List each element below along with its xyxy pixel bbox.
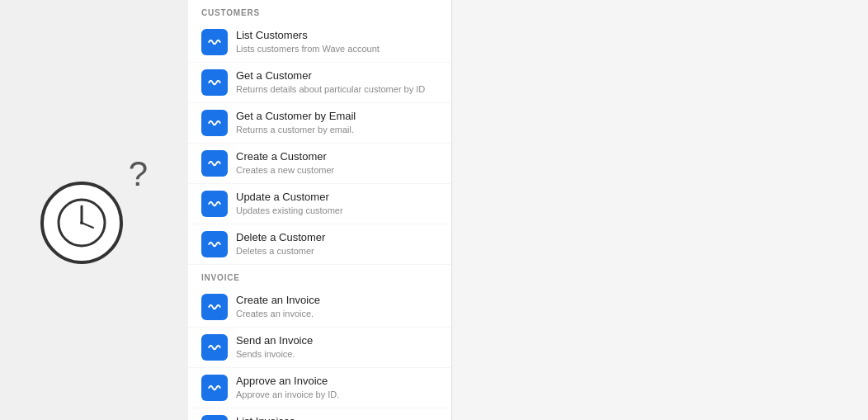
list-panel: CUSTOMERS List CustomersLists customers …: [188, 0, 452, 420]
list-item-customers-4[interactable]: Update a CustomerUpdates existing custom…: [188, 184, 451, 224]
item-icon-customers-0: [201, 29, 228, 55]
item-subtitle-customers-1: Returns details about particular custome…: [236, 83, 425, 95]
svg-line-3: [82, 223, 93, 228]
clock-face: [40, 182, 123, 264]
item-title-customers-3: Create a Customer: [236, 150, 334, 164]
list-item-customers-1[interactable]: Get a CustomerReturns details about part…: [188, 63, 451, 103]
item-icon-customers-2: [201, 110, 228, 136]
item-title-customers-2: Get a Customer by Email: [236, 110, 356, 124]
clock-illustration: ?: [40, 157, 148, 264]
list-item-invoice-0[interactable]: Create an InvoiceCreates an invoice.: [188, 287, 451, 328]
item-subtitle-customers-4: Updates existing customer: [236, 205, 343, 216]
left-illustration-panel: ?: [0, 0, 188, 420]
list-item-customers-5[interactable]: Delete a CustomerDeletes a customer: [188, 224, 451, 265]
list-item-invoice-1[interactable]: Send an InvoiceSends invoice.: [188, 328, 451, 368]
item-subtitle-customers-3: Creates a new customer: [236, 164, 334, 176]
item-icon-customers-3: [201, 150, 228, 177]
list-item-customers-3[interactable]: Create a CustomerCreates a new customer: [188, 144, 451, 184]
item-subtitle-customers-0: Lists customers from Wave account: [236, 43, 380, 54]
item-title-customers-4: Update a Customer: [236, 191, 343, 205]
item-icon-customers-1: [201, 69, 228, 96]
item-icon-customers-5: [201, 231, 228, 257]
item-subtitle-invoice-1: Sends invoice.: [236, 348, 313, 360]
item-subtitle-customers-5: Deletes a customer: [236, 245, 325, 257]
item-subtitle-invoice-0: Creates an invoice.: [236, 308, 320, 319]
list-item-customers-2[interactable]: Get a Customer by EmailReturns a custome…: [188, 103, 451, 144]
list-item-invoice-3[interactable]: List InvoicesLists invoices.: [188, 408, 451, 420]
list-item-customers-0[interactable]: List CustomersLists customers from Wave …: [188, 22, 451, 63]
item-title-invoice-2: Approve an Invoice: [236, 375, 339, 389]
item-title-invoice-3: List Invoices: [236, 415, 295, 420]
item-icon-customers-4: [201, 191, 228, 217]
item-icon-invoice-3: [201, 415, 228, 420]
section-header-customers: CUSTOMERS: [188, 0, 451, 22]
item-title-invoice-0: Create an Invoice: [236, 294, 320, 308]
question-mark-icon: ?: [129, 157, 148, 191]
item-icon-invoice-0: [201, 294, 228, 320]
item-title-customers-1: Get a Customer: [236, 69, 425, 83]
item-title-customers-5: Delete a Customer: [236, 231, 325, 245]
item-title-invoice-1: Send an Invoice: [236, 334, 313, 348]
right-panel: [452, 0, 868, 420]
list-item-invoice-2[interactable]: Approve an InvoiceApprove an invoice by …: [188, 368, 451, 408]
item-subtitle-invoice-2: Approve an invoice by ID.: [236, 389, 339, 400]
item-icon-invoice-2: [201, 375, 228, 401]
section-header-invoice: INVOICE: [188, 265, 451, 287]
item-subtitle-customers-2: Returns a customer by email.: [236, 124, 356, 135]
item-title-customers-0: List Customers: [236, 29, 380, 43]
item-icon-invoice-1: [201, 334, 228, 361]
